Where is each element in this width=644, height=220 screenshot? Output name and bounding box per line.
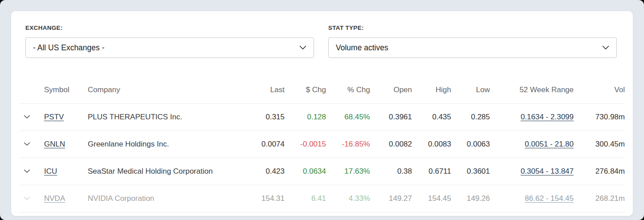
quotes-table: Symbol Company Last $ Chg % Chg Open Hig… xyxy=(19,77,625,212)
dollar-change-value: 0.128 xyxy=(307,113,326,121)
row-expand-toggle[interactable] xyxy=(19,158,37,185)
high-value: 0.6711 xyxy=(428,167,451,175)
percent-change-value: 17.63% xyxy=(344,167,370,175)
column-header-vol: Vol xyxy=(578,77,625,103)
row-expand-toggle[interactable] xyxy=(19,103,37,130)
stat-type-label: STAT TYPE: xyxy=(328,24,617,31)
column-header-high: High xyxy=(415,77,454,103)
stat-type-select-value: Volume actives xyxy=(336,43,388,53)
percent-change-value: 4.33% xyxy=(349,194,370,203)
high-value: 0.435 xyxy=(432,113,451,121)
open-value: 149.27 xyxy=(389,194,412,203)
symbol-link[interactable]: ICU xyxy=(44,167,57,175)
volume-value: 300.45m xyxy=(595,140,625,148)
table-row: GNLN Greenlane Holdings Inc. 0.0074 -0.0… xyxy=(19,130,625,158)
chevron-down-icon xyxy=(24,169,37,173)
row-expand-toggle[interactable] xyxy=(19,185,37,212)
chevron-down-icon xyxy=(24,142,37,146)
table-header-row: Symbol Company Last $ Chg % Chg Open Hig… xyxy=(19,77,625,103)
company-name: PLUS THERAPEUTICS Inc. xyxy=(88,113,182,121)
high-value: 154.45 xyxy=(428,194,451,203)
column-header-symbol: Symbol xyxy=(37,77,81,103)
screener-card: EXCHANGE: - All US Exchanges - STAT TYPE… xyxy=(11,11,633,216)
open-value: 0.38 xyxy=(397,167,412,175)
low-value: 0.3601 xyxy=(467,167,490,175)
company-name: NVIDIA Corporation xyxy=(88,194,154,203)
low-value: 0.0063 xyxy=(467,140,490,148)
volume-value: 730.98m xyxy=(595,113,625,121)
stock-screener-widget: EXCHANGE: - All US Exchanges - STAT TYPE… xyxy=(0,0,644,220)
dollar-change-value: 6.41 xyxy=(311,194,326,203)
table-row: ICU SeaStar Medical Holding Corporation … xyxy=(19,158,625,185)
chevron-down-icon xyxy=(299,45,306,50)
last-value: 154.31 xyxy=(261,194,285,203)
volume-value: 276.84m xyxy=(595,167,625,175)
52-week-range-link[interactable]: 0.1634 - 2.3099 xyxy=(521,113,574,121)
column-header-chg: $ Chg xyxy=(288,77,330,103)
open-value: 0.0082 xyxy=(389,140,412,148)
volume-value: 268.21m xyxy=(595,194,625,203)
symbol-link[interactable]: GNLN xyxy=(44,140,65,148)
open-value: 0.3961 xyxy=(389,113,412,121)
last-value: 0.423 xyxy=(265,167,285,175)
chevron-down-icon xyxy=(602,45,609,50)
percent-change-value: -16.85% xyxy=(342,140,370,148)
stat-type-select[interactable]: Volume actives xyxy=(328,37,617,58)
column-header-open: Open xyxy=(373,77,415,103)
symbol-link[interactable]: PSTV xyxy=(44,113,64,121)
dollar-change-value: 0.0634 xyxy=(303,167,326,175)
stat-type-control: STAT TYPE: Volume actives xyxy=(328,24,617,58)
52-week-range-link[interactable]: 0.3054 - 13.847 xyxy=(521,167,574,175)
dollar-change-value: -0.0015 xyxy=(300,140,326,148)
table-row: NVDA NVIDIA Corporation 154.31 6.41 4.33… xyxy=(19,185,625,212)
last-value: 0.0074 xyxy=(261,140,285,148)
company-name: Greenlane Holdings Inc. xyxy=(88,140,169,148)
company-name: SeaStar Medical Holding Corporation xyxy=(88,167,213,175)
exchange-select[interactable]: - All US Exchanges - xyxy=(25,37,314,58)
quotes-table-wrap: Symbol Company Last $ Chg % Chg Open Hig… xyxy=(19,77,625,212)
low-value: 149.26 xyxy=(467,194,490,203)
chevron-down-icon xyxy=(24,115,37,119)
exchange-label: EXCHANGE: xyxy=(25,24,314,31)
column-header-last: Last xyxy=(250,77,288,103)
percent-change-value: 68.45% xyxy=(344,113,370,121)
last-value: 0.315 xyxy=(265,113,285,121)
symbol-link[interactable]: NVDA xyxy=(44,194,65,203)
chevron-down-icon xyxy=(24,196,37,200)
52-week-range-link[interactable]: 86.62 - 154.45 xyxy=(525,194,574,203)
high-value: 0.0083 xyxy=(428,140,451,148)
toggle-column-header xyxy=(19,77,37,103)
row-expand-toggle[interactable] xyxy=(19,130,37,158)
exchange-select-value: - All US Exchanges - xyxy=(33,43,104,53)
filter-controls: EXCHANGE: - All US Exchanges - STAT TYPE… xyxy=(11,11,633,58)
exchange-control: EXCHANGE: - All US Exchanges - xyxy=(25,24,314,58)
table-row: PSTV PLUS THERAPEUTICS Inc. 0.315 0.128 … xyxy=(19,103,625,130)
low-value: 0.285 xyxy=(471,113,490,121)
52-week-range-link[interactable]: 0.0051 - 21.80 xyxy=(525,140,574,148)
column-header-company: Company xyxy=(81,77,250,103)
column-header-low: Low xyxy=(454,77,493,103)
column-header-pchg: % Chg xyxy=(330,77,373,103)
column-header-range: 52 Week Range xyxy=(493,77,578,103)
